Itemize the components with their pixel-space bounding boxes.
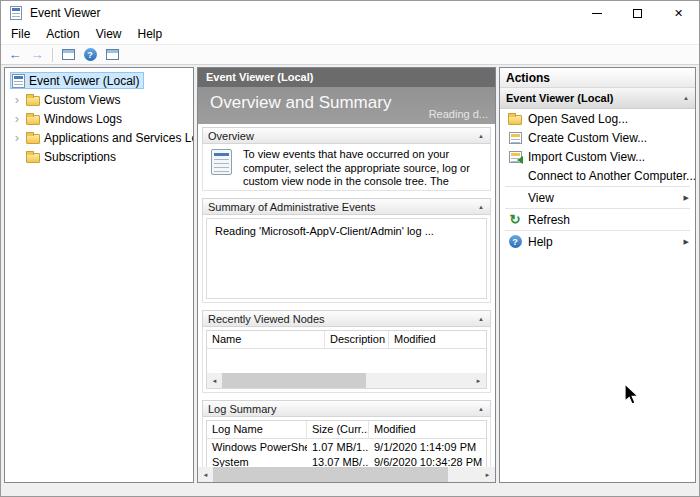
console-tree-icon (62, 49, 75, 60)
action-refresh[interactable]: ↻ Refresh (500, 210, 695, 229)
action-import-custom-view[interactable]: Import Custom View... (500, 147, 695, 166)
recent-nodes-table: Name Description Modified ◄ ► (206, 330, 487, 389)
tree-item-windows-logs[interactable]: › Windows Logs (5, 109, 193, 128)
log-summary-content: Log Name Size (Curr... Modified Windows … (202, 417, 491, 467)
help-toolbar-button[interactable]: ? (80, 46, 100, 64)
tree-node[interactable]: Custom Views (24, 91, 124, 108)
results-pane-hscrollbar[interactable]: ◄ ► (198, 467, 495, 482)
window-icon (106, 49, 119, 60)
expand-chevron-icon[interactable]: › (10, 112, 24, 126)
tree-node[interactable]: Windows Logs (24, 110, 126, 127)
log-summary-section-header[interactable]: Log Summary ▲ (202, 400, 491, 417)
maximize-icon (633, 9, 642, 18)
submenu-arrow-icon: ▶ (684, 238, 689, 246)
recent-nodes-content: Name Description Modified ◄ ► (202, 327, 491, 393)
menu-help[interactable]: Help (130, 25, 171, 44)
help-icon: ? (509, 235, 522, 248)
close-button[interactable]: ✕ (658, 1, 699, 25)
scroll-thumb[interactable] (213, 467, 448, 482)
subscriptions-icon (26, 153, 40, 163)
admin-events-section-header[interactable]: Summary of Administrative Events ▲ (202, 198, 491, 215)
actions-group-title: Event Viewer (Local) (506, 92, 613, 104)
recent-nodes-section-header[interactable]: Recently Viewed Nodes ▲ (202, 310, 491, 327)
tree-item-label: Windows Logs (44, 112, 122, 126)
action-open-saved-log[interactable]: Open Saved Log... (500, 109, 695, 128)
overview-section: Overview ▲ To view events that have occu… (202, 127, 491, 191)
action-label: Help (528, 235, 553, 249)
show-console-tree-button[interactable] (58, 46, 78, 64)
scroll-thumb[interactable] (222, 373, 366, 388)
cell-log-name: System (207, 456, 307, 468)
scroll-left-icon[interactable]: ◄ (207, 373, 222, 388)
custom-view-icon (509, 132, 522, 144)
console-tree-panel: Event Viewer (Local) › Custom Views › Wi… (4, 67, 194, 483)
event-viewer-icon (12, 74, 25, 88)
tree-item-subscriptions[interactable]: Subscriptions (5, 147, 193, 166)
admin-events-content: Reading 'Microsoft-AppV-Client/Admin' lo… (202, 215, 491, 303)
column-header-size[interactable]: Size (Curr... (307, 421, 369, 438)
results-pane-title: Event Viewer (Local) (198, 68, 495, 87)
import-view-icon (509, 151, 522, 163)
collapse-icon[interactable]: ▲ (679, 92, 693, 104)
minimize-button[interactable] (576, 1, 617, 25)
collapse-icon[interactable]: ▲ (474, 313, 488, 325)
log-summary-section: Log Summary ▲ Log Name Size (Curr... Mod… (202, 400, 491, 467)
open-folder-icon (508, 115, 522, 125)
forward-button[interactable]: → (27, 46, 47, 64)
close-icon: ✕ (674, 7, 683, 20)
table-row[interactable]: Windows PowerShell 1.07 MB/1... 9/1/2020… (207, 439, 486, 454)
event-viewer-window: Event Viewer ✕ File Action View Help ← →… (0, 0, 700, 497)
cell-size: 1.07 MB/1... (307, 441, 369, 453)
folder-icon (26, 134, 40, 144)
menu-view[interactable]: View (88, 25, 130, 44)
menu-file[interactable]: File (3, 25, 38, 44)
back-arrow-icon: ← (9, 47, 22, 62)
main-area: Event Viewer (Local) › Custom Views › Wi… (1, 65, 699, 483)
selected-tree-node[interactable]: Event Viewer (Local) (10, 72, 144, 89)
column-header-modified[interactable]: Modified (369, 421, 486, 438)
recent-nodes-hscrollbar[interactable]: ◄ ► (207, 373, 486, 388)
collapse-icon[interactable]: ▲ (474, 201, 488, 213)
scroll-left-icon[interactable]: ◄ (198, 467, 213, 482)
results-body: Overview ▲ To view events that have occu… (198, 124, 495, 467)
action-help[interactable]: ? Help ▶ (500, 232, 695, 251)
column-header-log-name[interactable]: Log Name (207, 421, 307, 438)
column-header-name[interactable]: Name (207, 331, 325, 348)
expand-chevron-icon[interactable]: › (10, 131, 24, 145)
back-button[interactable]: ← (5, 46, 25, 64)
overview-section-title: Overview (208, 130, 254, 142)
maximize-button[interactable] (617, 1, 658, 25)
titlebar: Event Viewer ✕ (1, 1, 699, 25)
window-controls: ✕ (576, 1, 699, 25)
tree-item-applications-services-logs[interactable]: › Applications and Services Logs (5, 128, 193, 147)
action-create-custom-view[interactable]: Create Custom View... (500, 128, 695, 147)
column-header-description[interactable]: Description (325, 331, 389, 348)
tree-node[interactable]: Subscriptions (24, 148, 120, 165)
actions-separator (505, 230, 690, 231)
scroll-right-icon[interactable]: ► (471, 373, 486, 388)
table-row[interactable]: System 13.07 MB/... 9/6/2020 10:34:28 PM (207, 454, 486, 467)
actions-group-header[interactable]: Event Viewer (Local) ▲ (500, 88, 695, 109)
scroll-track[interactable] (213, 467, 480, 482)
action-connect-to-another-computer[interactable]: Connect to Another Computer... (500, 166, 695, 185)
collapse-icon[interactable]: ▲ (474, 403, 488, 415)
overview-section-header[interactable]: Overview ▲ (202, 127, 491, 144)
scroll-track[interactable] (222, 373, 471, 388)
tree-item-event-viewer-local[interactable]: Event Viewer (Local) (5, 71, 193, 90)
action-view[interactable]: View ▶ (500, 188, 695, 207)
properties-button[interactable] (102, 46, 122, 64)
tree-item-custom-views[interactable]: › Custom Views (5, 90, 193, 109)
action-label: Import Custom View... (528, 150, 645, 164)
collapse-icon[interactable]: ▲ (474, 130, 488, 142)
expand-chevron-icon[interactable]: › (10, 93, 24, 107)
refresh-icon: ↻ (510, 213, 521, 226)
toolbar-separator (52, 48, 53, 62)
scroll-right-icon[interactable]: ► (480, 467, 495, 482)
tree-node[interactable]: Applications and Services Logs (24, 129, 194, 146)
column-header-modified[interactable]: Modified (389, 331, 486, 348)
icon-slot (507, 111, 523, 127)
submenu-arrow-icon: ▶ (684, 194, 689, 202)
actions-separator (505, 186, 690, 187)
menu-action[interactable]: Action (38, 25, 87, 44)
folder-icon (26, 96, 40, 106)
